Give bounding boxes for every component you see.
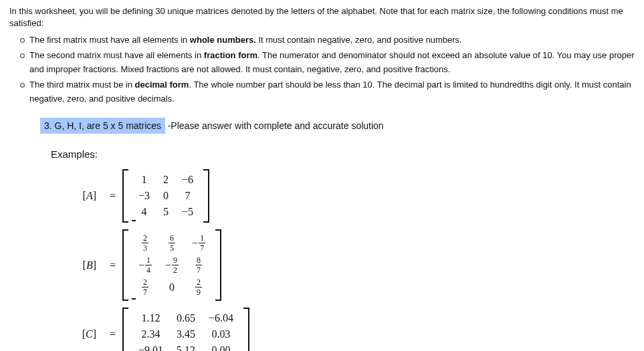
- cell: −14: [132, 254, 158, 276]
- cell: 1.12: [132, 310, 170, 326]
- cell: −3: [132, 188, 156, 204]
- examples-heading: Examples:: [51, 148, 635, 160]
- cell: −6.04: [202, 310, 240, 326]
- matrix-c-table: 1.120.65−6.04 2.343.450.03 −9.015.120.00: [132, 310, 240, 351]
- question-row: 3. G, H, I, are 5 x 5 matrices -Please a…: [40, 118, 635, 134]
- matrix-c-row: [C] = 1.120.65−6.04 2.343.450.03 −9.015.…: [63, 308, 635, 351]
- cell: 29: [185, 276, 212, 298]
- matrix-b-label: [B]: [63, 259, 96, 271]
- matrix-b-row: [B] = 23 65 −17 −14 −92 87 27 0 29: [63, 229, 635, 301]
- bold: decimal form: [135, 80, 189, 90]
- cell: 23: [132, 232, 158, 254]
- text: It must contain negative, zero, and posi…: [256, 35, 462, 45]
- cell: −9.01: [132, 342, 170, 351]
- cell: 1: [132, 172, 156, 188]
- matrix-a-table: 12−6 −307 45−5: [132, 172, 200, 220]
- matrix-a-label: [A]: [63, 190, 96, 202]
- matrix-a-bracket: 12−6 −307 45−5: [122, 169, 209, 223]
- matrix-c-bracket: 1.120.65−6.04 2.343.450.03 −9.015.120.00: [122, 308, 249, 351]
- matrix-c-label: [C]: [63, 328, 96, 340]
- cell: 5: [156, 204, 175, 220]
- matrix-b-bracket: 23 65 −17 −14 −92 87 27 0 29: [122, 229, 221, 301]
- cell: 0.65: [170, 310, 202, 326]
- text: The first matrix must have all elements …: [29, 35, 190, 45]
- cell: 3.45: [170, 326, 202, 342]
- equals-sign: =: [110, 259, 116, 271]
- equals-sign: =: [110, 190, 116, 202]
- cell: 2.34: [132, 326, 170, 342]
- cell: 0: [158, 276, 185, 298]
- intro-text: In this worksheet, you will be defining …: [9, 5, 635, 29]
- cell: 5.12: [170, 342, 202, 351]
- cell: 4: [132, 204, 156, 220]
- text: The third matrix must be in: [29, 80, 135, 90]
- equals-sign: =: [110, 328, 116, 340]
- cell: 7: [175, 188, 200, 204]
- cell: 65: [158, 232, 185, 254]
- text: The second matrix must have all elements…: [29, 50, 204, 60]
- bold: fraction form: [204, 50, 257, 60]
- please-answer-note: -Please answer with complete and accurat…: [168, 120, 384, 131]
- condition-item: The second matrix must have all elements…: [29, 49, 635, 77]
- cell: −92: [158, 254, 185, 276]
- bold: whole numbers.: [190, 35, 256, 45]
- conditions-list: The first matrix must have all elements …: [9, 33, 635, 106]
- cell: 2: [156, 172, 175, 188]
- matrix-a-row: [A] = 12−6 −307 45−5: [63, 169, 635, 223]
- cell: 27: [132, 276, 158, 298]
- cell: 0.03: [202, 326, 240, 342]
- condition-item: The first matrix must have all elements …: [29, 33, 635, 47]
- cell: −6: [175, 172, 200, 188]
- matrix-b-table: 23 65 −17 −14 −92 87 27 0 29: [132, 232, 212, 298]
- cell: 0.00: [202, 342, 240, 351]
- question-highlight: 3. G, H, I, are 5 x 5 matrices: [40, 118, 165, 134]
- cell: 87: [185, 254, 212, 276]
- cell: −5: [175, 204, 200, 220]
- cell: 0: [156, 188, 175, 204]
- cell: −17: [185, 232, 212, 254]
- condition-item: The third matrix must be in decimal form…: [29, 78, 635, 106]
